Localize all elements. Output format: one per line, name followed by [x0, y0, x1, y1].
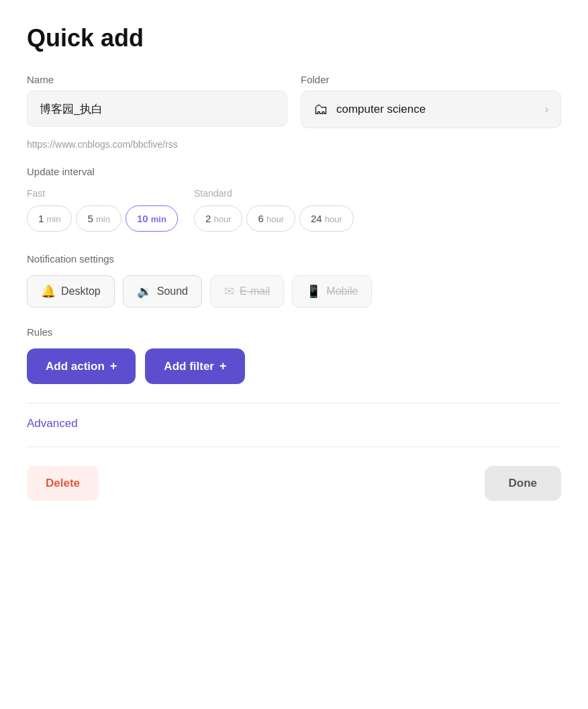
folder-label: Folder [301, 74, 561, 85]
notif-desktop-btn[interactable]: 🔔 Desktop [27, 275, 115, 308]
interval-6hour-value: 6 [258, 213, 263, 224]
page-title: Quick add [27, 24, 561, 52]
notification-section: Notification settings 🔔 Desktop 🔉 Sound … [27, 253, 561, 308]
folder-field-group: Folder 🗂 computer science › [301, 74, 561, 128]
add-filter-plus-icon: + [219, 359, 227, 373]
name-field-group: Name [27, 74, 287, 128]
standard-interval-group: Standard 2 hour 6 hour 24 hour [194, 188, 354, 232]
folder-name: computer science [336, 103, 537, 116]
name-folder-row: Name Folder 🗂 computer science › [27, 74, 561, 128]
rules-buttons: Add action + Add filter + [27, 348, 561, 384]
chevron-right-icon: › [545, 103, 548, 115]
interval-24hour-value: 24 [311, 213, 322, 224]
interval-5min-value: 5 [87, 213, 93, 224]
standard-buttons: 2 hour 6 hour 24 hour [194, 205, 354, 232]
standard-label: Standard [194, 188, 354, 199]
interval-10min-value: 10 [137, 213, 148, 224]
interval-6hour-unit: hour [266, 214, 284, 224]
notif-sound-btn[interactable]: 🔉 Sound [123, 275, 202, 308]
feed-url: https://www.cnblogs.com/bbcfive/rss [27, 139, 561, 150]
interval-10min[interactable]: 10 min [126, 205, 178, 232]
fast-label: Fast [27, 188, 178, 199]
interval-24hour-unit: hour [325, 214, 342, 224]
add-action-label: Add action [46, 360, 105, 373]
notif-desktop-label: Desktop [61, 285, 101, 297]
add-filter-button[interactable]: Add filter + [145, 348, 245, 384]
notif-email-label: E-mail [240, 285, 270, 297]
interval-10min-unit: min [151, 214, 166, 224]
interval-1min[interactable]: 1 min [27, 205, 72, 232]
add-filter-label: Add filter [164, 360, 214, 373]
notif-email-btn[interactable]: ✉ E-mail [210, 275, 284, 308]
rules-section: Rules Add action + Add filter + [27, 326, 561, 384]
add-action-button[interactable]: Add action + [27, 348, 136, 384]
interval-6hour[interactable]: 6 hour [246, 205, 295, 232]
name-label: Name [27, 74, 287, 85]
fast-buttons: 1 min 5 min 10 min [27, 205, 178, 232]
notification-buttons: 🔔 Desktop 🔉 Sound ✉ E-mail 📱 Mobile [27, 275, 561, 308]
interval-1min-unit: min [47, 214, 61, 224]
interval-2hour-value: 2 [205, 213, 211, 224]
folder-button[interactable]: 🗂 computer science › [301, 91, 561, 128]
email-icon: ✉ [224, 284, 234, 299]
action-row: Delete Done [27, 466, 561, 501]
notification-label: Notification settings [27, 253, 561, 265]
fast-interval-group: Fast 1 min 5 min 10 min [27, 188, 178, 232]
notif-mobile-label: Mobile [326, 285, 358, 297]
interval-2hour-unit: hour [213, 214, 231, 224]
advanced-link[interactable]: Advanced [27, 417, 561, 430]
interval-2hour[interactable]: 2 hour [194, 205, 243, 232]
divider-top [27, 403, 561, 404]
interval-5min[interactable]: 5 min [76, 205, 121, 232]
delete-button[interactable]: Delete [27, 466, 99, 501]
folder-icon: 🗂 [313, 101, 328, 118]
interval-24hour[interactable]: 24 hour [299, 205, 354, 232]
notif-mobile-btn[interactable]: 📱 Mobile [292, 275, 372, 308]
done-button[interactable]: Done [485, 466, 562, 501]
mobile-icon: 📱 [306, 284, 321, 299]
interval-5min-unit: min [96, 214, 110, 224]
sound-icon: 🔉 [137, 284, 152, 299]
update-interval-label: Update interval [27, 166, 561, 177]
interval-1min-value: 1 [38, 213, 44, 224]
notif-sound-label: Sound [157, 285, 188, 297]
interval-container: Fast 1 min 5 min 10 min Standard 2 hour … [27, 188, 561, 232]
divider-bottom [27, 446, 561, 447]
bell-icon: 🔔 [41, 284, 56, 299]
name-input[interactable] [27, 91, 287, 127]
add-action-plus-icon: + [110, 359, 117, 373]
rules-label: Rules [27, 326, 561, 338]
